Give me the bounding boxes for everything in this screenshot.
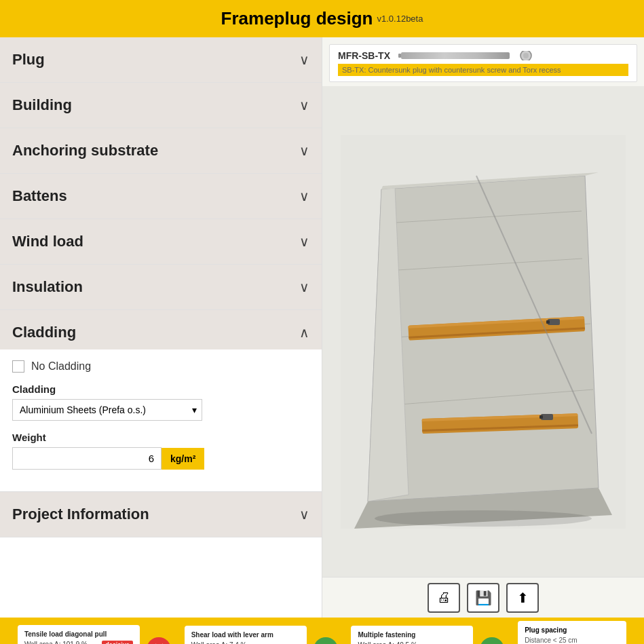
accordion-insulation: Insulation ∨ xyxy=(0,265,322,310)
battens-chevron-icon: ∨ xyxy=(299,188,309,204)
cladding-field-group: Cladding Aluminium Sheets (Prefa o.s.) O… xyxy=(12,383,309,421)
accordion-insulation-header[interactable]: Insulation ∨ xyxy=(0,265,322,309)
multiple-label-a: Wall area A: 40.5 % xyxy=(358,641,417,644)
spacing-distance-label: Distance < 25 cm xyxy=(525,637,620,644)
plug-chevron-icon: ∨ xyxy=(299,52,309,68)
tensile-card-title: Tensile load diagonal pull xyxy=(24,630,133,638)
tensile-row-a: Wall area A: 101.9 % decisive xyxy=(24,641,133,645)
no-cladding-row: No Cladding xyxy=(12,360,309,373)
plug-description: SB-TX: Countersunk plug with countersunk… xyxy=(338,64,628,76)
plug-spacing-title: Plug spacing xyxy=(525,626,620,634)
plug-screw-svg xyxy=(398,51,534,60)
accordion-anchoring-title: Anchoring substrate xyxy=(12,142,158,159)
svg-rect-0 xyxy=(398,54,401,58)
weight-field-group: Weight kg/m² xyxy=(12,432,309,470)
wind-load-chevron-icon: ∨ xyxy=(299,233,309,250)
cladding-field-label: Cladding xyxy=(12,383,309,395)
accordion-cladding: Cladding ∧ No Cladding Cladding Aluminiu… xyxy=(0,310,322,492)
export-icon: ⬆ xyxy=(517,590,529,606)
right-panel: MFR-SB-TX xyxy=(322,37,644,618)
accordion-plug-title: Plug xyxy=(12,51,45,69)
plug-name-row: MFR-SB-TX xyxy=(338,50,628,61)
tensile-card-group: Tensile load diagonal pull Wall area A: … xyxy=(18,625,171,645)
plug-name-label: MFR-SB-TX xyxy=(338,50,390,61)
plug-spacing-card: Plug spacing Distance < 25 cm Wall area … xyxy=(518,621,626,645)
accordion-anchoring-header[interactable]: Anchoring substrate ∨ xyxy=(0,128,322,173)
multiple-card-title: Multiple fastening xyxy=(358,631,466,639)
building-chevron-icon: ∨ xyxy=(299,97,309,113)
tensile-label-a: Wall area A: 101.9 % xyxy=(24,641,88,644)
no-cladding-label: No Cladding xyxy=(31,360,91,373)
accordion-project-info-title: Project Information xyxy=(12,506,149,523)
weight-input[interactable] xyxy=(12,447,162,470)
tensile-card: Tensile load diagonal pull Wall area A: … xyxy=(18,625,140,645)
multiple-row-a: Wall area A: 40.5 % xyxy=(358,641,466,644)
3d-view xyxy=(322,86,644,577)
accordion-anchoring: Anchoring substrate ∨ xyxy=(0,128,322,174)
save-button[interactable]: 💾 xyxy=(467,583,499,613)
accordion-wind-load: Wind load ∨ xyxy=(0,219,322,265)
accordion-battens-header[interactable]: Battens ∨ xyxy=(0,174,322,219)
tensile-badge-a: decisive xyxy=(102,641,133,645)
left-panel: Plug ∨ Building ∨ Anchoring substrate ∨ … xyxy=(0,37,322,618)
accordion-project-info: Project Information ∨ xyxy=(0,492,322,537)
shear-label-a: Wall area A: 7.4 % xyxy=(191,641,247,644)
tensile-status-icon: ✕ xyxy=(147,637,171,644)
weight-field-label: Weight xyxy=(12,432,309,443)
shear-card-title: Shear load with lever arm xyxy=(191,631,300,639)
cladding-select[interactable]: Aluminium Sheets (Prefa o.s.) Other xyxy=(12,399,202,421)
app-title: Frameplug design xyxy=(221,8,373,29)
accordion-building-title: Building xyxy=(12,96,72,114)
svg-point-19 xyxy=(375,510,592,527)
accordion-cladding-header[interactable]: Cladding ∧ xyxy=(0,310,322,349)
accordion-insulation-title: Insulation xyxy=(12,278,83,296)
multiple-card: Multiple fastening Wall area A: 40.5 % W… xyxy=(351,626,473,644)
accordion-plug-header[interactable]: Plug ∨ xyxy=(0,37,322,82)
shear-status-icon: ✓ xyxy=(314,637,338,644)
accordion-building: Building ∨ xyxy=(0,83,322,128)
multiple-card-group: Multiple fastening Wall area A: 40.5 % W… xyxy=(351,626,504,644)
app-version: v1.0.12beta xyxy=(377,14,423,24)
shear-card: Shear load with lever arm Wall area A: 7… xyxy=(185,626,307,644)
svg-rect-1 xyxy=(401,52,510,59)
accordion-wind-load-header[interactable]: Wind load ∨ xyxy=(0,219,322,264)
svg-rect-23 xyxy=(539,415,543,419)
accordion-cladding-title: Cladding xyxy=(12,324,76,341)
cladding-chevron-icon: ∧ xyxy=(299,324,309,341)
accordion-wind-load-title: Wind load xyxy=(12,233,83,250)
save-icon: 💾 xyxy=(475,590,492,606)
plug-info-bar: MFR-SB-TX xyxy=(329,44,637,82)
accordion-battens-title: Battens xyxy=(12,187,67,205)
main-layout: Plug ∨ Building ∨ Anchoring substrate ∨ … xyxy=(0,37,644,618)
accordion-battens: Battens ∨ xyxy=(0,174,322,219)
weight-unit-label: kg/m² xyxy=(162,448,204,470)
accordion-project-info-header[interactable]: Project Information ∨ xyxy=(0,492,322,537)
no-cladding-checkbox[interactable] xyxy=(12,360,24,373)
insulation-chevron-icon: ∨ xyxy=(299,279,309,295)
print-button[interactable]: 🖨 xyxy=(428,583,460,613)
accordion-plug: Plug ∨ xyxy=(0,37,322,83)
anchoring-chevron-icon: ∨ xyxy=(299,143,309,159)
right-toolbar: 🖨 💾 ⬆ xyxy=(322,577,644,618)
print-icon: 🖨 xyxy=(437,590,451,605)
shear-row-a: Wall area A: 7.4 % xyxy=(191,641,300,644)
wall-svg xyxy=(341,135,626,529)
multiple-status-icon: ✓ xyxy=(480,637,504,644)
cladding-content: No Cladding Cladding Aluminium Sheets (P… xyxy=(0,349,322,491)
weight-row: kg/m² xyxy=(12,447,309,470)
export-button[interactable]: ⬆ xyxy=(506,583,539,613)
cladding-select-wrapper: Aluminium Sheets (Prefa o.s.) Other ▾ xyxy=(12,399,202,421)
shear-card-group: Shear load with lever arm Wall area A: 7… xyxy=(185,626,338,644)
svg-point-3 xyxy=(523,53,529,58)
accordion-building-header[interactable]: Building ∨ xyxy=(0,83,322,128)
app-header: Frameplug design v1.0.12beta xyxy=(0,0,644,37)
bottom-bar: Tensile load diagonal pull Wall area A: … xyxy=(0,618,644,644)
svg-rect-21 xyxy=(546,320,550,324)
project-info-chevron-icon: ∨ xyxy=(299,506,309,523)
plug-visual xyxy=(398,51,534,60)
